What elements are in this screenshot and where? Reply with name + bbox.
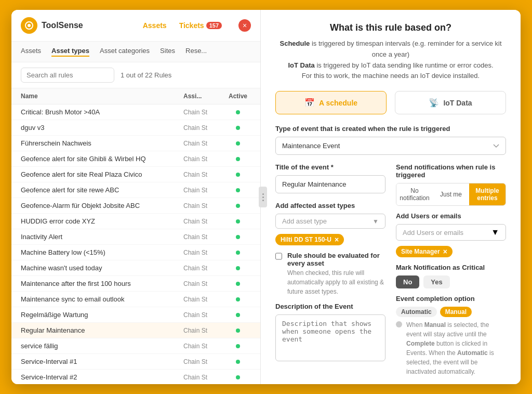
sub-nav-asset-types[interactable]: Asset types: [51, 47, 89, 57]
rule-active-cell: [225, 360, 251, 364]
just-me-btn[interactable]: Just me: [433, 183, 469, 205]
rule-active-cell: [225, 235, 251, 239]
event-title-input[interactable]: [275, 175, 385, 193]
rule-active-cell: [225, 141, 251, 146]
active-dot-icon: [236, 204, 240, 208]
table-row[interactable]: Inactivity AlertChain St: [11, 229, 260, 245]
sub-nav-assets[interactable]: Assets: [21, 47, 41, 57]
multiple-entries-btn[interactable]: Multiple entries: [469, 183, 506, 205]
event-type-select[interactable]: Maintenance Event: [275, 137, 506, 155]
table-row[interactable]: Service-Interval #1Chain St: [11, 354, 260, 370]
sub-nav-asset-categories[interactable]: Asset categories: [100, 47, 150, 57]
active-dot-icon: [236, 157, 240, 161]
panel-desc: Schedule is triggered by timespan interv…: [275, 38, 506, 82]
rule-name: Regelmäßige Wartung: [21, 311, 183, 319]
toggle-yes-btn[interactable]: Yes: [423, 275, 449, 288]
table-row[interactable]: Machine wasn't used todayChain St: [11, 260, 260, 276]
site-manager-tag: Site Manager ×: [396, 246, 453, 257]
completion-desc: When Manual is selected, the event will …: [396, 320, 506, 376]
iot-keyword: IoT Data: [288, 61, 314, 69]
collapse-handle[interactable]: [259, 187, 267, 207]
desc-event-textarea[interactable]: [275, 314, 385, 361]
table-row[interactable]: Machine Battery low (<15%)Chain St: [11, 245, 260, 260]
logo-area: ToolSense: [21, 17, 83, 34]
table-row[interactable]: Geofence-Alarm für Objekt Jobsite ABCCha…: [11, 198, 260, 214]
col-right: Send notifications when rule is triggere…: [396, 163, 506, 384]
search-input[interactable]: [21, 68, 114, 83]
active-dot-icon: [236, 251, 240, 255]
active-dot-icon: [236, 126, 240, 130]
table-row[interactable]: Maintenance sync to email outlookChain S…: [11, 292, 260, 307]
nav-tickets-link[interactable]: Tickets 157: [179, 21, 222, 30]
left-panel: ToolSense Assets Tickets 157 × Assets As…: [11, 10, 261, 384]
close-button[interactable]: ×: [238, 19, 251, 32]
table-row[interactable]: Regular MaintenanceChain St: [11, 323, 260, 338]
notif-btn-group: No notification Just me Multiple entries: [396, 183, 506, 206]
completion-tags: Automatic Manual: [396, 307, 506, 317]
table-row[interactable]: Geofence alert for site rewe ABCChain St: [11, 182, 260, 198]
rules-count: 1 out of 22 Rules: [121, 71, 171, 79]
trigger-buttons: 📅 A schedule 📡 IoT Data: [275, 91, 506, 114]
nav-assets-link[interactable]: Assets: [143, 21, 167, 30]
rule-assi: Chain St: [183, 233, 225, 241]
rule-name: Geofence-Alarm für Objekt Jobsite ABC: [21, 202, 183, 209]
iot-trigger-btn[interactable]: 📡 IoT Data: [395, 91, 506, 114]
rule-assi: Chain St: [183, 296, 225, 303]
sub-nav-rese[interactable]: Rese...: [185, 47, 207, 57]
auto-tag[interactable]: Automatic: [396, 307, 437, 317]
schedule-btn-label: A schedule: [319, 99, 357, 107]
schedule-trigger-btn[interactable]: 📅 A schedule: [275, 91, 387, 114]
rule-name: Regular Maintenance: [21, 326, 183, 334]
table-row[interactable]: Critical: Brush Motor >40AChain St: [11, 104, 260, 120]
every-asset-checkbox-row: Rule should be evaluated for every asset…: [275, 252, 385, 296]
rule-name: Service-Interval #2: [21, 373, 183, 381]
sub-nav-sites[interactable]: Sites: [160, 47, 175, 57]
table-row[interactable]: dguv v3Chain St: [11, 120, 260, 136]
rule-name: Geofence alert for site rewe ABC: [21, 186, 183, 194]
rule-active-cell: [225, 110, 251, 114]
rule-name: Führerschein Nachweis: [21, 139, 183, 147]
site-manager-tag-label: Site Manager: [401, 248, 440, 255]
users-select[interactable]: Add Users or emails ▼: [396, 224, 506, 241]
table-row[interactable]: HUDDIG error code XYZChain St: [11, 214, 260, 229]
active-dot-icon: [236, 313, 240, 317]
toggle-no-btn[interactable]: No: [396, 275, 419, 288]
table-row[interactable]: Maintenance after the first 100 hoursCha…: [11, 276, 260, 292]
rule-assi: Chain St: [183, 187, 225, 194]
site-manager-tag-remove[interactable]: ×: [443, 248, 447, 255]
rule-assi: Chain St: [183, 358, 225, 365]
mark-critical-label: Mark Notification as Critical: [396, 264, 506, 271]
rule-assi: Chain St: [183, 327, 225, 334]
table-row[interactable]: Geofence alert for site Real Plaza Civic…: [11, 167, 260, 182]
hilti-tag-remove[interactable]: ×: [335, 236, 339, 243]
rule-active-cell: [225, 375, 251, 379]
asset-tags-row: Hilti DD ST 150-U ×: [275, 234, 385, 245]
manual-tag[interactable]: Manual: [440, 307, 472, 317]
completion-label: Event completion option: [396, 295, 506, 303]
rule-name: service fällig: [21, 342, 183, 350]
table-row[interactable]: Service-Interval #2Chain St: [11, 370, 260, 384]
col-name-header: Name: [21, 93, 183, 100]
asset-types-label: Add affected asset types: [275, 202, 385, 209]
active-dot-icon: [236, 188, 240, 192]
rule-assi: Chain St: [183, 140, 225, 147]
rule-assi: Chain St: [183, 311, 225, 319]
mark-critical-toggle: No Yes: [396, 275, 506, 288]
every-asset-checkbox[interactable]: [275, 253, 282, 260]
col-active-header: Active: [225, 93, 251, 100]
rule-active-cell: [225, 157, 251, 161]
table-row[interactable]: service fälligChain St: [11, 338, 260, 354]
desc-event-label: Description of the Event: [275, 303, 385, 310]
rule-name: Machine wasn't used today: [21, 264, 183, 272]
active-dot-icon: [236, 344, 240, 348]
table-row[interactable]: Geofence alert for site Ghibli & Wirbel …: [11, 151, 260, 167]
logo-text: ToolSense: [42, 21, 83, 30]
sub-nav: Assets Asset types Asset categories Site…: [11, 42, 260, 62]
no-notif-btn[interactable]: No notification: [396, 183, 433, 205]
app-header: ToolSense Assets Tickets 157 ×: [11, 10, 260, 42]
checkbox-sublabel: When checked, this rule will automatical…: [287, 268, 385, 296]
table-row[interactable]: Regelmäßige WartungChain St: [11, 307, 260, 323]
rule-name: Geofence alert for site Ghibli & Wirbel …: [21, 155, 183, 163]
table-row[interactable]: Führerschein NachweisChain St: [11, 136, 260, 151]
asset-type-select[interactable]: Add asset type ▼: [275, 214, 385, 229]
